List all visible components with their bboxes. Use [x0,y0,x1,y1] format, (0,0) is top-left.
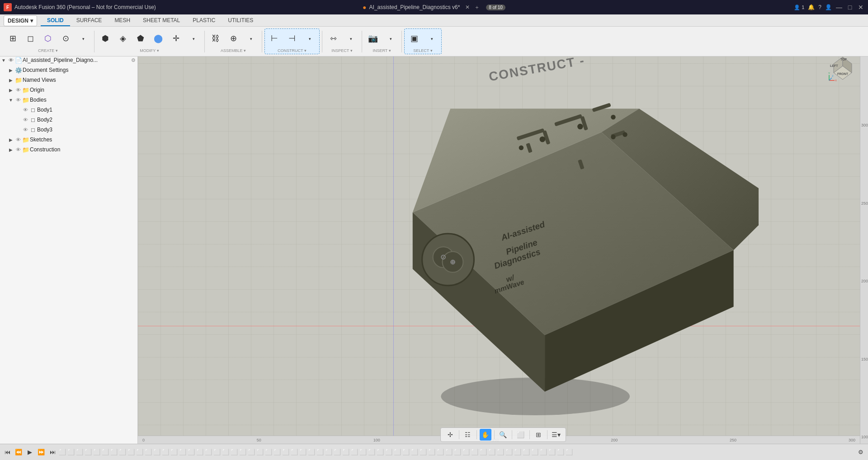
expand-doc-settings[interactable]: ▶ [7,66,14,74]
expand-origin[interactable]: ▶ [7,86,14,94]
step-36[interactable]: ⬜ [359,447,367,458]
tab-utilities[interactable]: UTILITIES [222,15,259,26]
assemble-as-built-btn[interactable]: ⊕ [225,30,242,48]
step-53[interactable]: ⬜ [505,447,513,458]
step-23[interactable]: ⬜ [247,447,255,458]
create-revolve-btn[interactable]: ⬡ [39,30,57,48]
select-dropdown-btn[interactable]: ▾ [423,30,440,48]
add-tab[interactable]: ＋ [474,4,480,11]
help-icon[interactable]: ? [818,4,821,10]
step-59[interactable]: ⬜ [557,447,565,458]
create-sweep-btn[interactable]: ⊙ [57,30,74,48]
step-52[interactable]: ⬜ [496,447,505,458]
step-5[interactable]: ⬜ [93,447,101,458]
step-7[interactable]: ⬜ [110,447,118,458]
step-20[interactable]: ⬜ [222,447,230,458]
tree-item-body3[interactable]: ▶ 👁 □ Body3 [0,125,137,135]
step-40[interactable]: ⬜ [393,447,401,458]
eye-body2[interactable]: 👁 [22,116,29,123]
step-58[interactable]: ⬜ [548,447,556,458]
step-30[interactable]: ⬜ [307,447,316,458]
timeline-next-btn[interactable]: ⏩ [36,447,47,458]
expand-sketches[interactable]: ▶ [7,136,14,143]
step-43[interactable]: ⬜ [419,447,427,458]
insert-dropdown-btn[interactable]: ▾ [382,30,399,48]
step-56[interactable]: ⬜ [531,447,539,458]
viewport[interactable]: CONSTRUCT - [138,41,868,460]
timeline-play-btn[interactable]: ▶ [24,447,35,458]
tab-solid[interactable]: SOLID [41,15,70,26]
step-34[interactable]: ⬜ [342,447,350,458]
tab-mesh[interactable]: MESH [108,15,137,26]
modify-chamfer-btn[interactable]: ⬟ [132,30,149,48]
timeline-settings-btn[interactable]: ⚙ [855,447,866,458]
modify-move-btn[interactable]: ✛ [167,30,184,48]
assemble-dropdown-btn[interactable]: ▾ [242,30,259,48]
maximize-button[interactable]: □ [846,4,854,11]
tree-item-bodies[interactable]: ▼ 👁 📁 Bodies [0,95,137,105]
eye-construction[interactable]: 👁 [14,146,22,153]
timeline-prev-btn[interactable]: ⏪ [13,447,24,458]
eye-body1[interactable]: 👁 [22,106,29,113]
step-49[interactable]: ⬜ [471,447,479,458]
design-dropdown[interactable]: DESIGN ▾ [4,15,37,26]
step-18[interactable]: ⬜ [204,447,212,458]
inspect-measure-btn[interactable]: ⇿ [325,30,342,48]
timeline-end-btn[interactable]: ⏭ [47,447,58,458]
create-new-component-btn[interactable]: ⊞ [4,30,21,48]
step-10[interactable]: ⬜ [136,447,144,458]
step-11[interactable]: ⬜ [144,447,152,458]
step-44[interactable]: ⬜ [428,447,436,458]
step-39[interactable]: ⬜ [385,447,393,458]
minimize-button[interactable]: — [835,4,843,11]
eye-body3[interactable]: 👁 [22,126,29,133]
expand-bodies[interactable]: ▼ [7,96,14,103]
step-21[interactable]: ⬜ [230,447,238,458]
eye-root[interactable]: 👁 [7,56,14,64]
step-6[interactable]: ⬜ [101,447,109,458]
select-btn[interactable]: ▣ [406,30,423,48]
construct-plane-angle-btn[interactable]: ⊣ [283,30,301,48]
step-29[interactable]: ⬜ [299,447,307,458]
tree-item-named-views[interactable]: ▶ 📁 Named Views [0,75,137,85]
step-8[interactable]: ⬜ [118,447,127,458]
create-dropdown-btn[interactable]: ▾ [75,30,92,48]
vp-zoom-btn[interactable]: 🔍 [497,429,509,441]
step-57[interactable]: ⬜ [539,447,547,458]
eye-sketches[interactable]: 👁 [14,136,22,143]
step-48[interactable]: ⬜ [462,447,470,458]
vp-pivot-btn[interactable]: ✢ [444,429,456,441]
tree-item-construction[interactable]: ▶ 👁 📁 Construction [0,145,137,155]
step-50[interactable]: ⬜ [479,447,487,458]
step-15[interactable]: ⬜ [179,447,187,458]
modify-fillet-btn[interactable]: ◈ [114,30,132,48]
step-54[interactable]: ⬜ [514,447,522,458]
vp-pan-btn[interactable]: ✋ [480,429,491,441]
expand-named-views[interactable]: ▶ [7,76,14,84]
root-settings[interactable]: ⚙ [131,57,136,63]
tree-item-root[interactable]: ▼ 👁 📄 AI_assisted_Pipeline_Diagno... ⚙ [0,55,137,65]
tab-sheet-metal[interactable]: SHEET METAL [137,15,186,26]
tree-item-body2[interactable]: ▶ 👁 □ Body2 [0,115,137,125]
construct-dropdown-btn[interactable]: ▾ [301,30,318,48]
close-tab[interactable]: ✕ [465,4,470,10]
tree-item-sketches[interactable]: ▶ 👁 📁 Sketches [0,135,137,145]
close-button[interactable]: ✕ [857,4,864,11]
step-26[interactable]: ⬜ [273,447,281,458]
step-35[interactable]: ⬜ [350,447,359,458]
notification-icon[interactable]: 🔔 [808,4,815,10]
step-17[interactable]: ⬜ [196,447,204,458]
step-4[interactable]: ⬜ [84,447,92,458]
construct-offset-plane-btn[interactable]: ⊢ [266,30,283,48]
step-14[interactable]: ⬜ [170,447,178,458]
step-3[interactable]: ⬜ [75,447,84,458]
tree-item-doc-settings[interactable]: ▶ ⚙️ Document Settings [0,65,137,75]
vp-grid-btn[interactable]: ☷ [462,429,474,441]
step-45[interactable]: ⬜ [436,447,444,458]
step-60[interactable]: ⬜ [565,447,573,458]
tree-item-body1[interactable]: ▶ 👁 □ Body1 [0,105,137,115]
expand-construction[interactable]: ▶ [7,146,14,153]
step-16[interactable]: ⬜ [187,447,195,458]
eye-bodies[interactable]: 👁 [14,96,22,103]
step-25[interactable]: ⬜ [264,447,273,458]
